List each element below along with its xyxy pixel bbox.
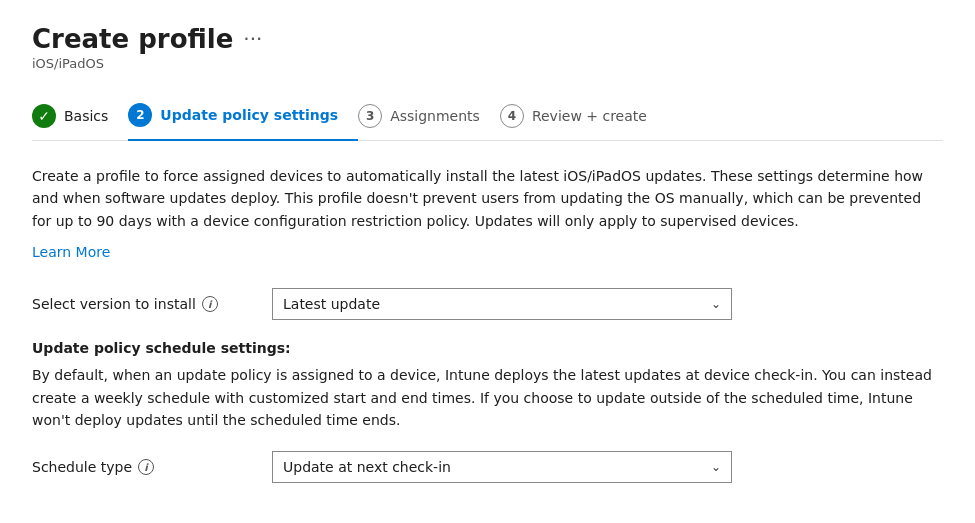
select-version-row: Select version to install i Latest updat… [32, 288, 943, 320]
schedule-type-row: Schedule type i Update at next check-in … [32, 451, 943, 483]
step-update-policy-number: 2 [136, 108, 144, 122]
step-assignments-number: 3 [366, 109, 374, 123]
step-assignments-label: Assignments [390, 108, 480, 124]
page-title: Create profile [32, 24, 233, 54]
step-assignments[interactable]: 3 Assignments [358, 92, 500, 140]
description-text: Create a profile to force assigned devic… [32, 165, 943, 232]
schedule-type-label-text: Schedule type [32, 459, 132, 475]
schedule-type-info-icon[interactable]: i [138, 459, 154, 475]
step-review-create-number: 4 [508, 109, 516, 123]
step-update-policy[interactable]: 2 Update policy settings [128, 91, 358, 141]
select-version-value: Latest update [283, 296, 380, 312]
form-section: Select version to install i Latest updat… [32, 288, 943, 483]
select-version-info-icon[interactable]: i [202, 296, 218, 312]
schedule-type-value: Update at next check-in [283, 459, 451, 475]
step-review-create-label: Review + create [532, 108, 647, 124]
step-update-policy-circle: 2 [128, 103, 152, 127]
step-basics[interactable]: ✓ Basics [32, 92, 128, 140]
schedule-type-dropdown[interactable]: Update at next check-in ⌄ [272, 451, 732, 483]
learn-more-link[interactable]: Learn More [32, 244, 110, 260]
select-version-chevron-icon: ⌄ [711, 297, 721, 311]
schedule-section-title: Update policy schedule settings: [32, 340, 943, 356]
step-review-create[interactable]: 4 Review + create [500, 92, 667, 140]
step-review-create-circle: 4 [500, 104, 524, 128]
wizard-steps: ✓ Basics 2 Update policy settings 3 Assi… [32, 91, 943, 141]
step-basics-label: Basics [64, 108, 108, 124]
schedule-description-text: By default, when an update policy is ass… [32, 364, 943, 431]
schedule-type-label: Schedule type i [32, 459, 252, 475]
select-version-label: Select version to install i [32, 296, 252, 312]
more-options-icon[interactable]: ··· [243, 27, 262, 51]
checkmark-icon: ✓ [38, 108, 50, 124]
schedule-type-chevron-icon: ⌄ [711, 460, 721, 474]
select-version-label-text: Select version to install [32, 296, 196, 312]
step-basics-circle: ✓ [32, 104, 56, 128]
step-update-policy-label: Update policy settings [160, 107, 338, 123]
page-header: Create profile ··· iOS/iPadOS [32, 24, 943, 71]
page-subtitle: iOS/iPadOS [32, 56, 943, 71]
step-assignments-circle: 3 [358, 104, 382, 128]
select-version-dropdown[interactable]: Latest update ⌄ [272, 288, 732, 320]
